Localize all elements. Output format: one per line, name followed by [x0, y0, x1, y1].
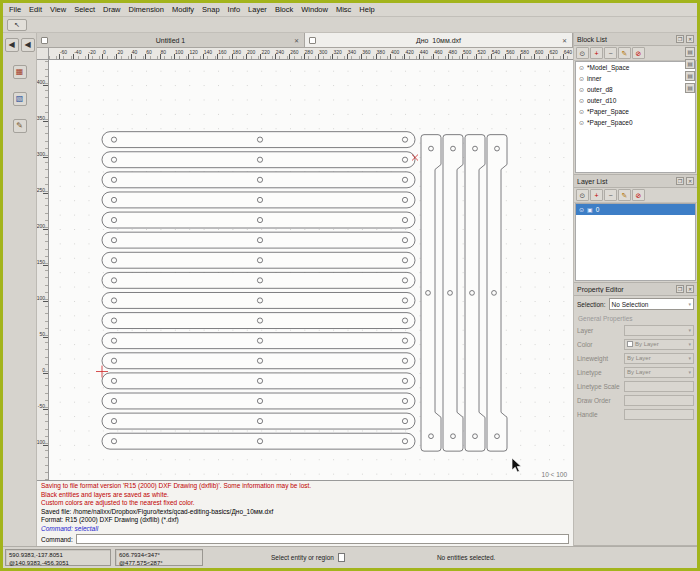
command-input[interactable]	[76, 534, 569, 544]
eye-icon[interactable]: ⊙	[579, 206, 584, 213]
menu-file[interactable]: File	[5, 5, 25, 14]
ruler-label: 520	[477, 49, 485, 55]
remove-layer-button[interactable]: −	[604, 189, 617, 201]
page-icon	[338, 553, 345, 562]
block-list[interactable]: ⊙*Model_Space⊙inner⊙outer_d8⊙outer_d10⊙*…	[575, 61, 696, 173]
block-name: inner	[587, 75, 601, 82]
edit-layer-button[interactable]: ✎	[618, 189, 631, 201]
eye-icon[interactable]: ⊙	[579, 119, 584, 126]
console-line: Command: selectall	[41, 525, 569, 534]
dock-forward-button[interactable]: ◀	[21, 38, 35, 52]
float-panel-icon[interactable]: ❐	[676, 35, 684, 43]
menu-block[interactable]: Block	[271, 5, 297, 14]
eye-icon[interactable]: ⊙	[579, 75, 584, 82]
property-row: Draw Order	[574, 393, 697, 407]
menu-draw[interactable]: Draw	[99, 5, 125, 14]
tab-bar: Untitled 1✕Дно_10мм.dxf✕	[37, 33, 573, 48]
layer-list-toolbar: ⊙+−✎⊘	[574, 188, 697, 203]
menu-edit[interactable]: Edit	[25, 5, 46, 14]
selection-status: No entities selected.	[437, 547, 496, 568]
eye-icon[interactable]: ⊙	[579, 97, 584, 104]
block-row[interactable]: ⊙inner	[576, 73, 695, 84]
block-row[interactable]: ⊙*Paper_Space	[576, 106, 695, 117]
menu-modify[interactable]: Modify	[168, 5, 198, 14]
toggle-block-visibility-button[interactable]: ⊙	[576, 47, 589, 59]
purge-block-button[interactable]: ⊘	[632, 47, 645, 59]
property-linetype-scale-control[interactable]	[624, 381, 694, 392]
block-row[interactable]: ⊙*Model_Space	[576, 62, 695, 73]
menu-misc[interactable]: Misc	[332, 5, 355, 14]
grid-status: 10 < 100	[542, 471, 567, 478]
ruler-label: 440	[420, 49, 428, 55]
edit-block-button[interactable]: ✎	[618, 47, 631, 59]
close-icon[interactable]: ✕	[561, 37, 568, 44]
layer-list[interactable]: ⊙▣0	[575, 203, 696, 281]
ruler-label: -50	[38, 403, 45, 409]
close-panel-icon[interactable]: ✕	[686, 285, 694, 293]
eye-icon[interactable]: ⊙	[579, 64, 584, 71]
ruler-tick	[43, 229, 48, 230]
dock-edit-tools-button[interactable]: ✎	[13, 119, 27, 133]
selection-dropdown[interactable]: No Selection ▾	[609, 298, 694, 310]
ruler-label: 300	[37, 151, 45, 157]
uprights-group	[421, 135, 507, 451]
float-panel-icon[interactable]: ❐	[676, 285, 684, 293]
close-icon[interactable]: ✕	[293, 37, 300, 44]
dock-tab-button-1[interactable]: ▤	[685, 47, 695, 57]
dock-block-tools-button[interactable]: ▦	[13, 65, 27, 79]
ruler-label: 200	[247, 49, 255, 55]
block-row[interactable]: ⊙*Paper_Space0	[576, 117, 695, 128]
float-panel-icon[interactable]: ❐	[676, 177, 684, 185]
eye-icon[interactable]: ⊙	[579, 108, 584, 115]
dock-back-button[interactable]: ◀	[5, 38, 19, 52]
chevron-down-icon: ▾	[688, 301, 691, 307]
document-tab-1[interactable]: Untitled 1✕	[37, 33, 305, 47]
menu-select[interactable]: Select	[70, 5, 99, 14]
property-linetype-control[interactable]: By Layer▾	[624, 367, 694, 378]
block-list-toolbar: ⊙+−✎⊘	[574, 46, 697, 61]
console-prompt-row: Command:	[37, 533, 573, 546]
menu-bar: FileEditViewSelectDrawDimensionModifySna…	[3, 3, 697, 17]
menu-snap[interactable]: Snap	[198, 5, 224, 14]
dock-tab-button-2[interactable]: ▤	[685, 59, 695, 69]
dock-layer-tools-button[interactable]: ▧	[13, 92, 27, 106]
polar-coordinate-display: 606.7934<347° @477.575<287°	[115, 549, 203, 566]
ruler-label: 250	[37, 187, 45, 193]
menu-info[interactable]: Info	[224, 5, 245, 14]
close-panel-icon[interactable]: ✕	[686, 35, 694, 43]
block-row[interactable]: ⊙outer_d8	[576, 84, 695, 95]
toggle-layer-visibility-button[interactable]: ⊙	[576, 189, 589, 201]
relative-polar: @477.575<287°	[119, 559, 199, 567]
dock-tab-button-4[interactable]: ▤	[685, 83, 695, 93]
property-handle-control[interactable]	[624, 409, 694, 420]
ruler-label: 120	[189, 49, 197, 55]
layer-row[interactable]: ⊙▣0	[576, 204, 695, 215]
ruler-label: 620	[549, 49, 557, 55]
remove-block-button[interactable]: −	[604, 47, 617, 59]
ruler-label: 380	[377, 49, 385, 55]
selection-value: No Selection	[612, 301, 649, 308]
lock-icon[interactable]: ▣	[587, 206, 593, 213]
drawing-canvas[interactable]: 10 < 100	[49, 60, 573, 480]
property-color-control[interactable]: By Layer▾	[624, 339, 694, 350]
add-layer-button[interactable]: +	[590, 189, 603, 201]
eye-icon[interactable]: ⊙	[579, 86, 584, 93]
menu-layer[interactable]: Layer	[244, 5, 271, 14]
ruler-tick	[43, 193, 48, 194]
purge-layer-button[interactable]: ⊘	[632, 189, 645, 201]
close-panel-icon[interactable]: ✕	[686, 177, 694, 185]
menu-view[interactable]: View	[46, 5, 70, 14]
document-tab-2[interactable]: Дно_10мм.dxf✕	[305, 33, 573, 47]
property-lineweight-control[interactable]: By Layer▾	[624, 353, 694, 364]
block-row[interactable]: ⊙outer_d10	[576, 95, 695, 106]
menu-dimension[interactable]: Dimension	[125, 5, 168, 14]
property-layer-control[interactable]: ▾	[624, 325, 694, 336]
menu-window[interactable]: Window	[297, 5, 332, 14]
add-block-button[interactable]: +	[590, 47, 603, 59]
dock-tab-button-3[interactable]: ▤	[685, 71, 695, 81]
document-icon	[309, 37, 316, 44]
property-draw-order-control[interactable]	[624, 395, 694, 406]
selection-tool-button[interactable]: ↖	[7, 19, 27, 31]
menu-help[interactable]: Help	[355, 5, 378, 14]
block-list-title: Block List	[577, 36, 674, 43]
